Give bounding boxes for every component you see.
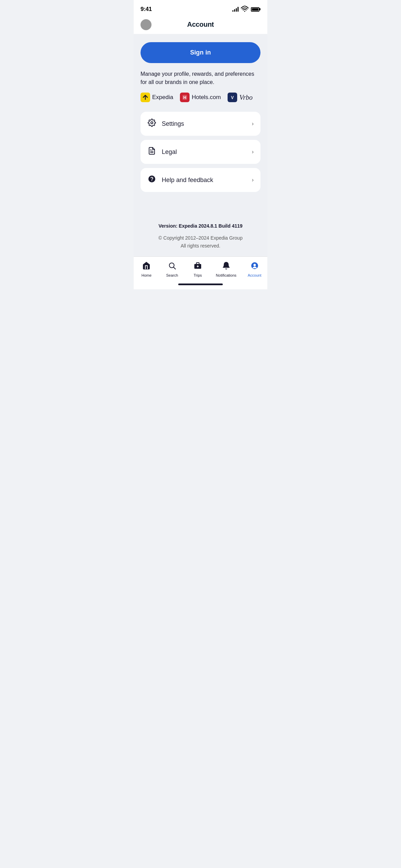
page-header: Account (134, 17, 267, 34)
hotels-label: Hotels.com (192, 94, 221, 101)
search-nav-icon (168, 262, 176, 272)
svg-line-9 (174, 267, 176, 269)
nav-item-trips[interactable]: Trips (187, 260, 208, 279)
settings-menu-item[interactable]: Settings › (141, 112, 260, 136)
menu-list: Settings › Legal › (141, 112, 260, 192)
version-text: Version: Expedia 2024.8.1 Build 4119 (141, 223, 260, 229)
copyright-line1: © Copyright 2012–2024 Expedia Group (158, 235, 242, 241)
main-content: Sign in Manage your profile, rewards, an… (134, 34, 267, 256)
settings-label: Settings (162, 120, 184, 128)
hotels-brand: H Hotels.com (180, 93, 221, 102)
notifications-nav-label: Notifications (216, 273, 236, 277)
account-nav-label: Account (248, 273, 262, 277)
legal-item-left: Legal (147, 147, 177, 157)
help-item-left: Help and feedback (147, 175, 213, 185)
svg-text:H: H (183, 95, 186, 100)
svg-text:V: V (231, 95, 234, 100)
nav-item-search[interactable]: Search (162, 260, 182, 279)
avatar-placeholder (141, 19, 151, 30)
help-chevron-icon: › (252, 177, 254, 183)
legal-chevron-icon: › (252, 149, 254, 155)
sign-in-button[interactable]: Sign in (141, 42, 260, 63)
help-icon (147, 175, 156, 185)
bottom-nav: Home Search Trips Notif (134, 256, 267, 281)
expedia-brand: Expedia (141, 93, 173, 102)
home-icon (142, 262, 150, 272)
battery-icon (251, 7, 260, 12)
status-icons (232, 5, 260, 13)
svg-point-14 (253, 264, 256, 266)
account-nav-icon (251, 262, 259, 272)
expedia-logo-icon (141, 93, 150, 102)
vrbo-brand: V Vrbo (228, 93, 253, 102)
nav-item-account[interactable]: Account (244, 260, 265, 279)
page-title: Account (187, 21, 214, 28)
version-section: Version: Expedia 2024.8.1 Build 4119 © C… (141, 203, 260, 250)
search-nav-label: Search (166, 273, 178, 277)
vrbo-label: Vrbo (239, 94, 253, 101)
signal-bars-icon (232, 7, 239, 12)
settings-icon (147, 119, 156, 129)
home-indicator (134, 281, 267, 289)
svg-point-0 (244, 11, 245, 12)
legal-icon (147, 147, 156, 157)
bell-icon (222, 262, 230, 272)
copyright-text: © Copyright 2012–2024 Expedia Group All … (141, 234, 260, 250)
legal-label: Legal (162, 148, 177, 156)
status-time: 9:41 (141, 6, 152, 13)
wifi-icon (241, 5, 249, 13)
help-label: Help and feedback (162, 177, 213, 184)
nav-item-home[interactable]: Home (136, 260, 157, 279)
settings-item-left: Settings (147, 119, 184, 129)
help-menu-item[interactable]: Help and feedback › (141, 168, 260, 192)
vrbo-logo-icon: V (228, 93, 237, 102)
brands-row: Expedia H Hotels.com V Vrbo (141, 93, 260, 102)
settings-chevron-icon: › (252, 121, 254, 127)
home-nav-label: Home (142, 273, 151, 277)
trips-icon (194, 262, 202, 272)
status-bar: 9:41 (134, 0, 267, 17)
copyright-line2: All rights reserved. (181, 243, 220, 249)
home-indicator-bar (178, 284, 223, 285)
description-text: Manage your profile, rewards, and prefer… (141, 70, 260, 86)
expedia-label: Expedia (152, 94, 173, 101)
trips-nav-label: Trips (194, 273, 202, 277)
nav-item-notifications[interactable]: Notifications (213, 260, 239, 279)
hotels-logo-icon: H (180, 93, 190, 102)
legal-menu-item[interactable]: Legal › (141, 140, 260, 164)
